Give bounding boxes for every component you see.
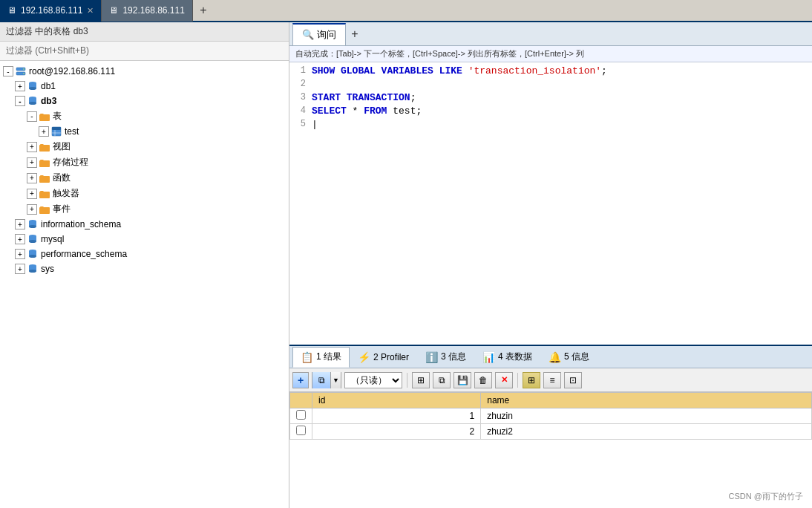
result-tab-1[interactable]: 📋 1 结果 <box>292 347 350 368</box>
svg-point-19 <box>29 240 36 243</box>
query-tab-main[interactable]: 🔍 询问 <box>292 23 346 45</box>
toolbar-btn-copy2[interactable]: ⧉ <box>433 372 451 388</box>
result-toolbar: + ⧉ ▼ （只读） ⊞ ⧉ 💾 🗑 ✕ ⊞ ≡ <box>289 368 812 392</box>
table-icon <box>50 126 62 137</box>
result-tab-4[interactable]: 📊 4 表数据 <box>474 347 540 368</box>
sidebar-header: 过滤器 中的表格 db3 <box>0 22 289 42</box>
tree-item[interactable]: +存储过程 <box>0 154 289 170</box>
line-num-3: 3 <box>289 92 312 102</box>
tree-toggle[interactable]: + <box>27 142 37 152</box>
toolbar-add-row[interactable]: + <box>292 372 309 388</box>
folder-icon <box>39 188 50 200</box>
result-tab-2[interactable]: ⚡ 2 Profiler <box>350 347 417 368</box>
toolbar-btn-save[interactable]: 💾 <box>454 372 471 388</box>
tab-close-1[interactable]: ✕ <box>87 6 94 16</box>
tree-item[interactable]: +information_schema <box>0 217 289 232</box>
line-content-3: START TRANSACTION; <box>312 92 812 103</box>
result-tab-3[interactable]: ℹ️ 3 信息 <box>417 347 474 368</box>
tree-toggle[interactable]: - <box>3 66 13 76</box>
tree-item[interactable]: -db3 <box>0 94 289 108</box>
bottom-panel: 📋 1 结果 ⚡ 2 Profiler ℹ️ 3 信息 📊 4 表数据 <box>289 345 812 508</box>
tree-item[interactable]: +事件 <box>0 201 289 217</box>
tree-toggle[interactable]: + <box>15 264 25 274</box>
tree-toggle[interactable]: + <box>27 157 37 168</box>
tree-item[interactable]: +sys <box>0 261 289 276</box>
right-panel: 🔍 询问 + 自动完成：[Tab]-> 下一个标签，[Ctrl+Space]->… <box>289 22 812 508</box>
cell-id: 2 <box>312 424 481 440</box>
sidebar-filter-text: 过滤器 (Ctrl+Shift+B) <box>6 45 89 56</box>
toolbar-btn-grid2[interactable]: ⊞ <box>523 372 540 388</box>
tree-item-label: 视图 <box>53 140 71 153</box>
toolbar-btn-cancel[interactable]: ✕ <box>495 372 513 388</box>
tree-item-label: sys <box>41 264 54 274</box>
result-tbody: 1zhuzin2zhuzi2 <box>290 408 812 440</box>
folder-icon <box>39 203 50 215</box>
tree-toggle[interactable]: + <box>27 173 37 183</box>
tab-add-button[interactable]: + <box>193 0 214 21</box>
row-checkbox-input[interactable] <box>296 410 306 420</box>
tree-toggle[interactable]: + <box>15 219 25 229</box>
svg-point-6 <box>29 87 36 90</box>
db-icon <box>27 95 39 107</box>
tree-toggle[interactable]: + <box>15 234 25 244</box>
tree-item[interactable]: -表 <box>0 108 289 124</box>
tree-item[interactable]: +test <box>0 124 289 139</box>
tree-item[interactable]: +performance_schema <box>0 247 289 261</box>
toolbar-readonly-select[interactable]: （只读） <box>344 372 402 388</box>
tab-label-2: 192.168.86.111 <box>122 5 184 16</box>
toolbar-divider-2 <box>517 373 518 388</box>
result-tab-bar: 📋 1 结果 ⚡ 2 Profiler ℹ️ 3 信息 📊 4 表数据 <box>289 346 812 368</box>
table-row[interactable]: 2zhuzi2 <box>290 424 812 440</box>
query-tab-add[interactable]: + <box>346 25 364 43</box>
query-tab-icon: 🔍 <box>302 29 314 40</box>
tree-item[interactable]: +mysql <box>0 232 289 247</box>
table-header-row: id name <box>290 393 812 408</box>
tab-connection-1[interactable]: 🖥 192.168.86.111 ✕ <box>0 0 102 22</box>
top-tab-bar: 🖥 192.168.86.111 ✕ 🖥 192.168.86.111 + <box>0 0 812 22</box>
line-content-5: | <box>312 119 812 130</box>
code-line-5: 5 | <box>289 119 812 132</box>
toolbar-copy-row[interactable]: ⧉ <box>312 372 330 388</box>
tree-toggle[interactable]: - <box>27 111 37 122</box>
folder-icon <box>39 157 50 169</box>
tree-item-label: test <box>65 126 79 137</box>
table-row[interactable]: 1zhuzin <box>290 408 812 424</box>
row-checkbox[interactable] <box>290 408 312 424</box>
tree-item-label: performance_schema <box>41 249 127 259</box>
result-tab-5[interactable]: 🔔 5 信息 <box>540 347 597 368</box>
col-id: id <box>312 393 481 408</box>
row-checkbox[interactable] <box>290 424 312 440</box>
sidebar-filter[interactable]: 过滤器 (Ctrl+Shift+B) <box>0 42 289 61</box>
svg-rect-11 <box>52 127 61 130</box>
db-icon <box>27 218 39 230</box>
result-icon-2: ⚡ <box>358 351 370 363</box>
tree-item[interactable]: -root@192.168.86.111 <box>0 64 289 79</box>
tree-toggle[interactable]: + <box>27 204 37 215</box>
toolbar-btn-delete[interactable]: 🗑 <box>474 372 492 388</box>
tree-toggle[interactable]: + <box>39 126 49 137</box>
result-table: id name 1zhuzin2zhuzi2 <box>289 392 812 440</box>
autocomplete-text: 自动完成：[Tab]-> 下一个标签，[Ctrl+Space]-> 列出所有标签… <box>295 49 584 58</box>
db-icon <box>27 248 39 260</box>
tree-toggle[interactable]: - <box>15 96 25 106</box>
tree-item[interactable]: +函数 <box>0 170 289 186</box>
line-content-2 <box>312 79 812 90</box>
tree-toggle[interactable]: + <box>27 189 37 199</box>
toolbar-btn-form[interactable]: ⊡ <box>564 372 582 388</box>
toolbar-btn-list[interactable]: ≡ <box>543 372 561 388</box>
tree-item[interactable]: +触发器 <box>0 186 289 201</box>
autocomplete-hint: 自动完成：[Tab]-> 下一个标签，[Ctrl+Space]-> 列出所有标签… <box>289 46 812 62</box>
result-icon-1: 📋 <box>301 351 313 363</box>
tree-toggle[interactable]: + <box>15 249 25 259</box>
code-editor[interactable]: 1 SHOW GLOBAL VARIABLES LIKE 'transactio… <box>289 62 812 345</box>
toolbar-btn-grid[interactable]: ⊞ <box>412 372 430 388</box>
col-name: name <box>481 393 812 408</box>
tree-toggle[interactable]: + <box>15 81 25 91</box>
tab-connection-2[interactable]: 🖥 192.168.86.111 <box>102 0 192 22</box>
svg-point-25 <box>29 270 36 273</box>
row-checkbox-input[interactable] <box>296 426 306 435</box>
toolbar-dropdown[interactable]: ▼ <box>330 372 341 388</box>
code-line-2: 2 <box>289 79 812 92</box>
tree-item[interactable]: +db1 <box>0 79 289 94</box>
tree-item[interactable]: +视图 <box>0 139 289 154</box>
